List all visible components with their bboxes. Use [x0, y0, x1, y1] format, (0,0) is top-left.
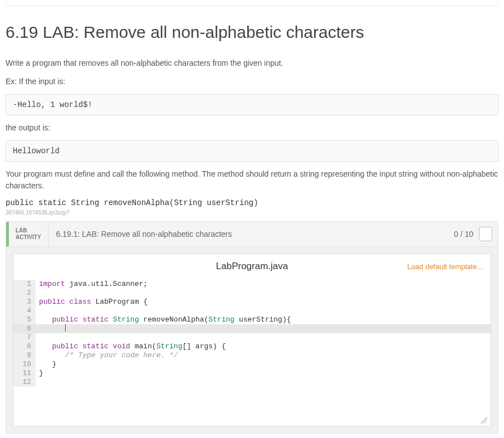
editor-card: LabProgram.java Load default template...…	[13, 254, 491, 426]
method-signature: public static String removeNonAlpha(Stri…	[6, 198, 498, 207]
lab-header: LAB ACTIVITY 6.19.1: LAB: Remove all non…	[6, 222, 498, 247]
example-output-block: Helloworld	[6, 140, 498, 162]
example-input-block: -Hello, 1 world$!	[6, 94, 498, 115]
lab-panel: LAB ACTIVITY 6.19.1: LAB: Remove all non…	[6, 221, 498, 434]
output-label: the output is:	[6, 122, 498, 134]
intro-text: Write a program that removes all non-alp…	[6, 57, 498, 69]
line-gutter: 123456789101112	[13, 280, 36, 387]
editor-top: LabProgram.java Load default template...	[13, 254, 491, 278]
code-lines[interactable]: import java.util.Scanner;public class La…	[36, 280, 491, 387]
code-editor[interactable]: 123456789101112 import java.util.Scanner…	[13, 278, 491, 426]
lab-tag-line2: ACTIVITY	[16, 234, 41, 241]
resize-grip-icon[interactable]	[481, 417, 487, 424]
lab-score: 0 / 10	[448, 222, 498, 246]
lab-tag-line1: LAB	[16, 227, 41, 234]
page-title: 6.19 LAB: Remove all non-alphabetic char…	[6, 23, 498, 42]
example-label: Ex: If the input is:	[6, 76, 498, 87]
load-default-template-link[interactable]: Load default template...	[407, 262, 483, 271]
lab-activity-title: 6.19.1: LAB: Remove all non-alphabetic c…	[48, 222, 448, 246]
requirement-text: Your program must define and call the fo…	[6, 168, 498, 192]
top-divider	[6, 6, 498, 6]
doc-id: 387466.1874536.qx3zqy7	[6, 210, 498, 216]
score-shield-icon	[479, 227, 492, 241]
lab-score-text: 0 / 10	[454, 230, 473, 239]
lab-body: LabProgram.java Load default template...…	[6, 247, 498, 433]
lab-tag: LAB ACTIVITY	[9, 222, 48, 246]
